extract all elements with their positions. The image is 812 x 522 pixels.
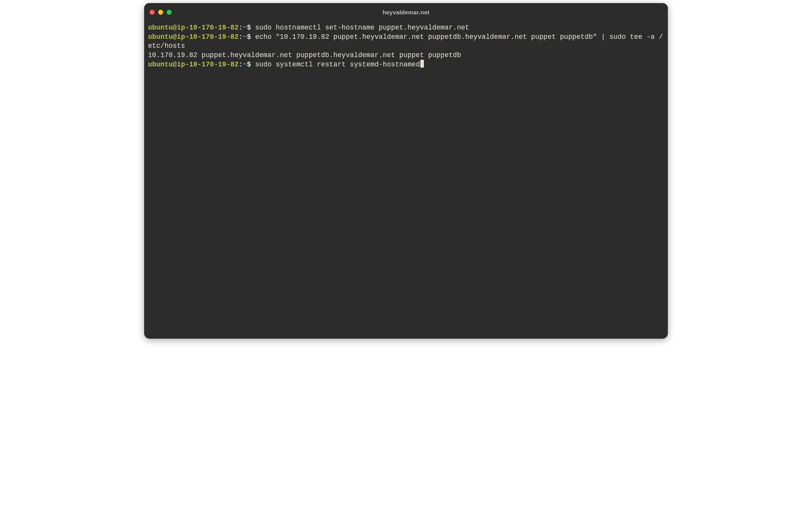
prompt-colon: : [239,33,243,41]
prompt-path: ~ [243,61,247,68]
terminal-window: heyvaldemar.net ubuntu@ip-10-170-19-82:~… [144,3,668,339]
zoom-icon[interactable] [167,10,172,15]
prompt-user-host: ubuntu@ip-10-170-19-82 [148,33,239,41]
terminal-output-line: 10.170.19.82 puppet.heyvaldemar.net pupp… [148,51,461,59]
cursor-icon [420,60,424,68]
prompt-path: ~ [243,33,247,41]
prompt-colon: : [239,24,243,31]
prompt-user-host: ubuntu@ip-10-170-19-82 [148,61,239,68]
prompt-user-host: ubuntu@ip-10-170-19-82 [148,24,239,31]
terminal-command: sudo systemctl restart systemd-hostnamed [255,61,420,68]
terminal-output[interactable]: ubuntu@ip-10-170-19-82:~$ sudo hostnamec… [144,21,668,73]
window-controls [150,10,172,15]
prompt-dollar: $ [247,61,255,68]
prompt-dollar: $ [247,24,255,31]
window-title: heyvaldemar.net [144,9,668,16]
terminal-command: sudo hostnamectl set-hostname puppet.hey… [255,24,469,31]
titlebar: heyvaldemar.net [144,3,668,21]
prompt-path: ~ [243,24,247,31]
prompt-dollar: $ [247,33,255,41]
prompt-colon: : [239,61,243,68]
close-icon[interactable] [150,10,155,15]
minimize-icon[interactable] [158,10,163,15]
